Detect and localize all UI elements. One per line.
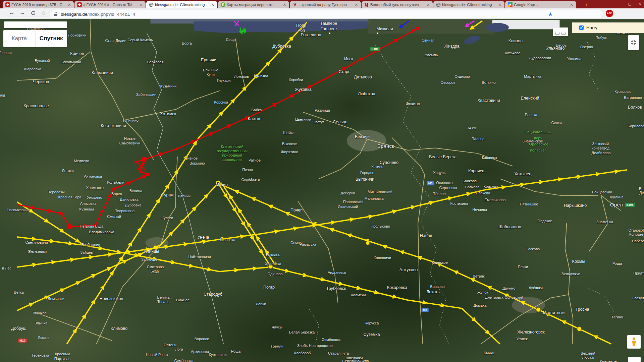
map-place-label: Уколица <box>567 57 581 61</box>
map-place-label: Деревня <box>639 191 644 195</box>
map-place-label: Баклань <box>266 253 280 257</box>
tab-close-icon[interactable]: ✕ <box>354 3 359 7</box>
map-place-label: Побуж <box>595 36 606 40</box>
map-place-label: Локоть <box>426 290 440 294</box>
tab-close-icon[interactable]: ✕ <box>426 3 431 7</box>
cartridges-favicon <box>364 2 369 7</box>
map-place-label: Нивное <box>185 156 198 160</box>
map-place-label: Тереховка <box>32 353 49 357</box>
city-dot <box>329 33 330 34</box>
map-place-label: "Орловское <box>528 142 548 146</box>
road-badge-М3: М3 <box>427 181 434 185</box>
adblock-extension-icon[interactable]: ABP <box>606 10 613 17</box>
track-waypoint-dot[interactable] <box>577 327 582 331</box>
tab-close-icon[interactable]: ✕ <box>282 3 287 7</box>
map-place-label: Безбожник <box>82 243 100 247</box>
track-waypoint-dot[interactable] <box>147 173 150 176</box>
tab-close-icon[interactable]: ✕ <box>210 3 215 7</box>
map-place-label: Дружно <box>502 286 516 290</box>
track-waypoint-dot[interactable] <box>536 307 540 312</box>
track-waypoint-dot[interactable] <box>366 241 370 245</box>
map-place-label: Байкова <box>463 179 477 183</box>
pegman-button[interactable] <box>627 335 641 349</box>
track-waypoint-dot[interactable] <box>60 212 63 215</box>
map-place-label: Еленский <box>521 96 539 101</box>
map-place-label: Стар. Дедин <box>105 39 126 43</box>
tab-close-icon[interactable]: ✕ <box>139 3 144 7</box>
map-place-label: заповедник <box>222 158 243 162</box>
harry-layer-checkbox[interactable] <box>579 25 584 30</box>
map-place-label: Воронок <box>195 337 209 341</box>
browser-tab-8[interactable]: Google Карты✕ <box>505 1 576 8</box>
map-type-satellite-button[interactable]: Спутник <box>36 30 67 47</box>
window-minimize-button[interactable]: ─ <box>617 2 620 6</box>
browser-tab-5[interactable]: V...крепкий на рану Гусь про✕ <box>290 1 361 8</box>
map-place-label: Сураж <box>161 193 173 197</box>
map-place-label: Перелазы <box>47 190 64 194</box>
bookmark-star-icon[interactable]: ★ <box>548 11 553 17</box>
padlock-icon <box>54 12 57 16</box>
map-place-label: Сосково <box>526 247 540 251</box>
fullscreen-button[interactable] <box>628 35 639 50</box>
map-place-label: Оптени <box>164 343 176 347</box>
map-place-label: Тёплое <box>433 192 446 196</box>
map-type-map-button[interactable]: Карта <box>3 30 36 47</box>
map-place-label: Магнитный <box>543 310 565 315</box>
browser-tab-6[interactable]: Белолобый гусь со спутник✕ <box>362 1 433 8</box>
map-place-label: Жирятино <box>281 150 298 154</box>
harry-layer-label[interactable]: Harry <box>586 25 597 30</box>
map-canvas[interactable]: ПрилесьеПориPoriТампереTampereМиккелиСви… <box>0 19 644 362</box>
map-place-label: Климовичи <box>92 70 113 75</box>
reload-icon[interactable] <box>29 9 38 17</box>
zoom-control-stub[interactable] <box>628 357 641 362</box>
track-waypoint-dot[interactable] <box>139 170 142 173</box>
map-place-label: Блинные <box>203 68 218 72</box>
map-place-label: Набережная <box>632 239 644 243</box>
track-waypoint-dot[interactable] <box>175 148 178 150</box>
map-place-label: Павловский <box>343 200 364 204</box>
browser-tab-4[interactable]: KКарты миграции перелетн✕ <box>218 1 289 8</box>
map-place-label: Краснополье <box>23 104 49 108</box>
tab-close-icon[interactable]: ✕ <box>569 3 574 7</box>
address-bar[interactable]: blessgans.de/index.php?id=444&L=4 ★ <box>49 10 603 18</box>
map-place-label: Емельяново <box>485 198 506 202</box>
map-place-label: Печки <box>518 265 528 269</box>
admin-border-line <box>587 42 598 90</box>
map-place-label: Белизна <box>254 73 268 77</box>
map-place-label: Почеп <box>290 208 303 213</box>
map-place-label: Седки <box>241 178 252 182</box>
map-place-label: Колыбели <box>107 180 124 184</box>
map-place-label: Костихина <box>450 201 468 205</box>
tab-close-icon[interactable]: ✕ <box>497 3 502 7</box>
browser-tab-7[interactable]: blessgans.de: Gänsetracking✕ <box>433 1 504 8</box>
track-waypoint-dot[interactable] <box>67 224 72 229</box>
map-place-label: Деберка <box>340 191 355 195</box>
browser-tab-2[interactable]: # ГУСЬ 2014 # - Guns.ru Tal✕ <box>74 1 146 8</box>
map-place-label: Красная Гора <box>58 195 82 199</box>
window-close-button[interactable]: ✕ <box>638 2 641 6</box>
map-place-label: Чаусы <box>272 325 282 329</box>
map-control-stub[interactable] <box>553 27 568 36</box>
map-place-label: Алисовка <box>80 201 97 205</box>
map-place-label: Мглин <box>216 182 228 187</box>
browser-tab-3[interactable]: blessgans.de: Gänsetracking✕ <box>146 1 217 8</box>
track-waypoint-dot[interactable] <box>142 157 147 162</box>
map-search-box-stub[interactable] <box>4 21 67 28</box>
back-icon[interactable]: ← <box>7 9 16 16</box>
new-tab-button[interactable]: + <box>582 2 590 8</box>
track-waypoint-dot[interactable] <box>112 187 115 190</box>
map-place-label: Ершичи <box>201 58 216 62</box>
map-place-label: Пальцо <box>472 137 484 141</box>
map-place-label: Кашинка <box>482 156 497 160</box>
map-place-label: Глазуновка <box>632 296 644 300</box>
forward-icon[interactable]: → <box>18 9 27 16</box>
window-maximize-button[interactable]: ▢ <box>628 2 631 6</box>
map-place-label: Тросна <box>576 307 589 312</box>
map-place-label: Дебрь <box>556 43 567 47</box>
url-text[interactable]: blessgans.de/index.php?id=444&L=4 <box>61 12 135 17</box>
tab-close-icon[interactable]: ✕ <box>67 3 72 7</box>
browser-tab-1[interactable]: ГУСЬ 2019 страница 675 - G✕ <box>3 1 74 8</box>
home-icon[interactable]: ⌂ <box>40 9 48 16</box>
globe-favicon <box>436 2 441 7</box>
track-waypoint-dot[interactable] <box>135 161 137 163</box>
